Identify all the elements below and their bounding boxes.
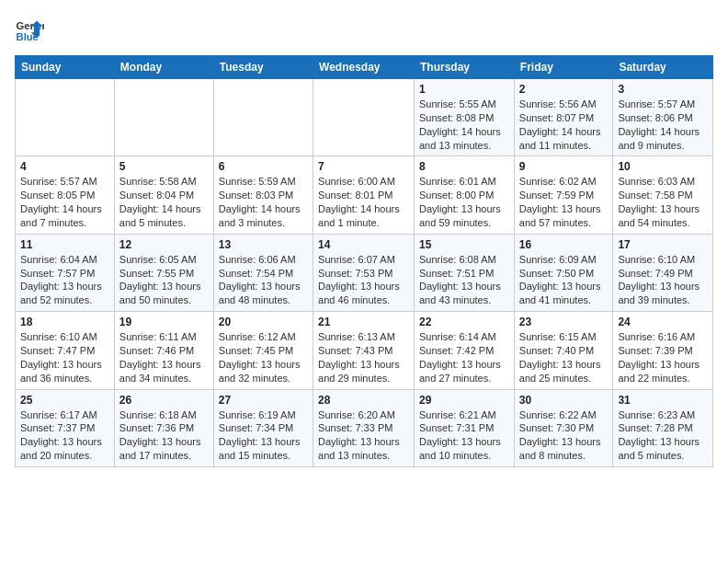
day-cell: 11Sunrise: 6:04 AMSunset: 7:57 PMDayligh… xyxy=(16,234,115,311)
day-cell: 3Sunrise: 5:57 AMSunset: 8:06 PMDaylight… xyxy=(613,79,713,156)
day-number: 18 xyxy=(20,316,109,328)
weekday-header-thursday: Thursday xyxy=(415,56,515,79)
day-cell: 8Sunrise: 6:01 AMSunset: 8:00 PMDaylight… xyxy=(415,156,515,234)
day-number: 6 xyxy=(219,160,308,173)
day-cell: 4Sunrise: 5:57 AMSunset: 8:05 PMDaylight… xyxy=(16,156,115,234)
day-cell: 25Sunrise: 6:17 AMSunset: 7:37 PMDayligh… xyxy=(16,389,115,466)
day-detail: Sunrise: 6:10 AMSunset: 7:47 PMDaylight:… xyxy=(20,330,109,385)
logo-icon: General Blue xyxy=(15,15,44,44)
day-number: 16 xyxy=(519,238,609,251)
day-detail: Sunrise: 6:11 AMSunset: 7:46 PMDaylight:… xyxy=(119,330,209,385)
day-cell: 9Sunrise: 6:02 AMSunset: 7:59 PMDaylight… xyxy=(514,156,613,234)
day-number: 30 xyxy=(519,394,609,407)
weekday-header-saturday: Saturday xyxy=(613,56,713,79)
day-cell: 12Sunrise: 6:05 AMSunset: 7:55 PMDayligh… xyxy=(114,234,213,311)
day-detail: Sunrise: 5:58 AMSunset: 8:04 PMDaylight:… xyxy=(119,175,209,229)
day-detail: Sunrise: 6:07 AMSunset: 7:53 PMDaylight:… xyxy=(318,253,409,307)
week-row-1: 1Sunrise: 5:55 AMSunset: 8:08 PMDaylight… xyxy=(16,79,713,156)
day-detail: Sunrise: 5:57 AMSunset: 8:05 PMDaylight:… xyxy=(20,175,109,229)
day-cell xyxy=(213,79,313,156)
day-number: 3 xyxy=(618,83,708,96)
day-detail: Sunrise: 6:05 AMSunset: 7:55 PMDaylight:… xyxy=(119,253,209,307)
day-detail: Sunrise: 6:06 AMSunset: 7:54 PMDaylight:… xyxy=(219,253,308,307)
day-detail: Sunrise: 6:16 AMSunset: 7:39 PMDaylight:… xyxy=(618,330,708,385)
day-number: 7 xyxy=(318,160,409,173)
day-detail: Sunrise: 5:57 AMSunset: 8:06 PMDaylight:… xyxy=(618,98,708,152)
day-detail: Sunrise: 6:00 AMSunset: 8:01 PMDaylight:… xyxy=(318,175,409,229)
day-number: 13 xyxy=(219,238,308,251)
day-detail: Sunrise: 6:08 AMSunset: 7:51 PMDaylight:… xyxy=(419,253,509,307)
day-number: 27 xyxy=(219,394,308,407)
week-row-4: 18Sunrise: 6:10 AMSunset: 7:47 PMDayligh… xyxy=(16,312,713,389)
day-number: 24 xyxy=(618,316,708,328)
day-detail: Sunrise: 6:20 AMSunset: 7:33 PMDaylight:… xyxy=(318,408,409,463)
logo: General Blue xyxy=(15,15,44,44)
day-cell: 10Sunrise: 6:03 AMSunset: 7:58 PMDayligh… xyxy=(613,156,713,234)
day-cell xyxy=(114,79,213,156)
day-detail: Sunrise: 6:03 AMSunset: 7:58 PMDaylight:… xyxy=(618,175,708,229)
day-cell: 7Sunrise: 6:00 AMSunset: 8:01 PMDaylight… xyxy=(313,156,415,234)
weekday-header-wednesday: Wednesday xyxy=(313,56,415,79)
day-number: 5 xyxy=(119,160,209,173)
day-cell: 18Sunrise: 6:10 AMSunset: 7:47 PMDayligh… xyxy=(16,312,115,389)
day-number: 22 xyxy=(419,316,509,328)
day-number: 9 xyxy=(519,160,609,173)
day-cell: 23Sunrise: 6:15 AMSunset: 7:40 PMDayligh… xyxy=(514,312,613,389)
day-cell: 24Sunrise: 6:16 AMSunset: 7:39 PMDayligh… xyxy=(613,312,713,389)
weekday-header-sunday: Sunday xyxy=(16,56,115,79)
day-detail: Sunrise: 6:02 AMSunset: 7:59 PMDaylight:… xyxy=(519,175,609,229)
weekday-header-monday: Monday xyxy=(114,56,213,79)
day-cell: 17Sunrise: 6:10 AMSunset: 7:49 PMDayligh… xyxy=(613,234,713,311)
day-cell: 21Sunrise: 6:13 AMSunset: 7:43 PMDayligh… xyxy=(313,312,415,389)
day-detail: Sunrise: 5:59 AMSunset: 8:03 PMDaylight:… xyxy=(219,175,308,229)
day-detail: Sunrise: 5:56 AMSunset: 8:07 PMDaylight:… xyxy=(519,98,609,152)
week-row-5: 25Sunrise: 6:17 AMSunset: 7:37 PMDayligh… xyxy=(16,389,713,466)
day-number: 29 xyxy=(419,394,509,407)
day-cell: 1Sunrise: 5:55 AMSunset: 8:08 PMDaylight… xyxy=(415,79,515,156)
day-detail: Sunrise: 6:15 AMSunset: 7:40 PMDaylight:… xyxy=(519,330,609,385)
day-detail: Sunrise: 6:18 AMSunset: 7:36 PMDaylight:… xyxy=(119,408,209,463)
day-number: 15 xyxy=(419,238,509,251)
day-detail: Sunrise: 6:10 AMSunset: 7:49 PMDaylight:… xyxy=(618,253,708,307)
weekday-header-tuesday: Tuesday xyxy=(213,56,313,79)
day-number: 8 xyxy=(419,160,509,173)
day-detail: Sunrise: 6:22 AMSunset: 7:30 PMDaylight:… xyxy=(519,408,609,463)
day-cell xyxy=(313,79,415,156)
day-number: 20 xyxy=(219,316,308,328)
day-detail: Sunrise: 6:09 AMSunset: 7:50 PMDaylight:… xyxy=(519,253,609,307)
day-number: 14 xyxy=(318,238,409,251)
day-cell xyxy=(16,79,115,156)
week-row-3: 11Sunrise: 6:04 AMSunset: 7:57 PMDayligh… xyxy=(16,234,713,311)
weekday-header-row: SundayMondayTuesdayWednesdayThursdayFrid… xyxy=(16,56,713,79)
day-cell: 15Sunrise: 6:08 AMSunset: 7:51 PMDayligh… xyxy=(415,234,515,311)
day-detail: Sunrise: 6:21 AMSunset: 7:31 PMDaylight:… xyxy=(419,408,509,463)
day-detail: Sunrise: 6:01 AMSunset: 8:00 PMDaylight:… xyxy=(419,175,509,229)
day-number: 19 xyxy=(119,316,209,328)
day-cell: 14Sunrise: 6:07 AMSunset: 7:53 PMDayligh… xyxy=(313,234,415,311)
day-number: 25 xyxy=(20,394,109,407)
day-detail: Sunrise: 6:23 AMSunset: 7:28 PMDaylight:… xyxy=(618,408,708,463)
day-number: 12 xyxy=(119,238,209,251)
day-number: 28 xyxy=(318,394,409,407)
day-number: 10 xyxy=(618,160,708,173)
day-cell: 31Sunrise: 6:23 AMSunset: 7:28 PMDayligh… xyxy=(613,389,713,466)
day-number: 31 xyxy=(618,394,708,407)
day-detail: Sunrise: 6:04 AMSunset: 7:57 PMDaylight:… xyxy=(20,253,109,307)
day-number: 21 xyxy=(318,316,409,328)
day-number: 2 xyxy=(519,83,609,96)
day-cell: 20Sunrise: 6:12 AMSunset: 7:45 PMDayligh… xyxy=(213,312,313,389)
day-cell: 2Sunrise: 5:56 AMSunset: 8:07 PMDaylight… xyxy=(514,79,613,156)
day-number: 23 xyxy=(519,316,609,328)
day-cell: 5Sunrise: 5:58 AMSunset: 8:04 PMDaylight… xyxy=(114,156,213,234)
day-cell: 22Sunrise: 6:14 AMSunset: 7:42 PMDayligh… xyxy=(415,312,515,389)
day-cell: 27Sunrise: 6:19 AMSunset: 7:34 PMDayligh… xyxy=(213,389,313,466)
day-detail: Sunrise: 6:19 AMSunset: 7:34 PMDaylight:… xyxy=(219,408,308,463)
day-detail: Sunrise: 6:13 AMSunset: 7:43 PMDaylight:… xyxy=(318,330,409,385)
day-detail: Sunrise: 6:17 AMSunset: 7:37 PMDaylight:… xyxy=(20,408,109,463)
day-cell: 16Sunrise: 6:09 AMSunset: 7:50 PMDayligh… xyxy=(514,234,613,311)
day-number: 11 xyxy=(20,238,109,251)
day-number: 26 xyxy=(119,394,209,407)
day-detail: Sunrise: 6:14 AMSunset: 7:42 PMDaylight:… xyxy=(419,330,509,385)
day-cell: 30Sunrise: 6:22 AMSunset: 7:30 PMDayligh… xyxy=(514,389,613,466)
day-cell: 6Sunrise: 5:59 AMSunset: 8:03 PMDaylight… xyxy=(213,156,313,234)
